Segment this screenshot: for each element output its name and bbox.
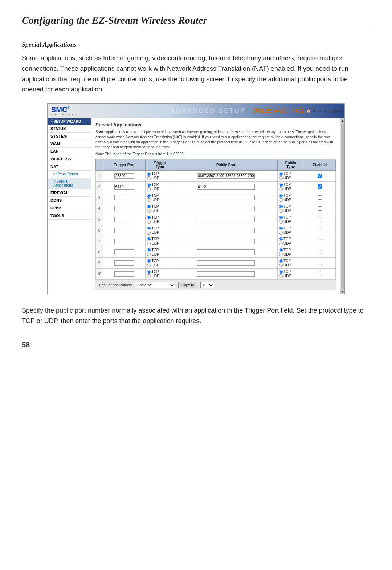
sidebar-item-upnp[interactable]: UPnP [48, 204, 91, 212]
public-udp-label-7[interactable]: UDP [279, 241, 291, 245]
trigger-port-input-10[interactable] [114, 271, 134, 277]
logout-link[interactable]: Logout [330, 109, 341, 113]
trigger-tcp-label-4[interactable]: TCP [147, 204, 159, 208]
trigger-port-cell-5[interactable] [103, 214, 146, 225]
public-port-input-9[interactable] [197, 260, 255, 266]
trigger-udp-radio-4[interactable] [147, 209, 151, 213]
trigger-udp-label-10[interactable]: UDP [147, 274, 159, 278]
enabled-cell-6[interactable] [304, 225, 335, 236]
public-port-cell-5[interactable] [174, 214, 278, 225]
copy-to-dropdown[interactable]: 1 2 3 4 5 6 7 8 9 10 [200, 282, 214, 288]
enabled-checkbox-3[interactable] [318, 195, 322, 200]
trigger-port-input-9[interactable] [114, 260, 134, 266]
trigger-port-cell-8[interactable] [103, 247, 146, 258]
trigger-tcp-label-7[interactable]: TCP [147, 237, 159, 241]
public-tcp-label-1[interactable]: TCP [279, 172, 291, 176]
trigger-port-input-1[interactable] [114, 173, 134, 179]
public-port-input-1[interactable] [197, 173, 255, 179]
trigger-tcp-label-6[interactable]: TCP [147, 226, 159, 230]
public-tcp-radio-8[interactable] [279, 248, 283, 252]
trigger-tcp-radio-5[interactable] [147, 216, 151, 219]
trigger-tcp-label-1[interactable]: TCP [147, 172, 159, 176]
public-tcp-radio-9[interactable] [279, 259, 283, 263]
trigger-udp-label-8[interactable]: UDP [147, 252, 159, 256]
sidebar-item-special-applications[interactable]: » Special Applications [48, 178, 91, 189]
enabled-checkbox-4[interactable] [318, 206, 322, 211]
sidebar-item-status[interactable]: STATUS [48, 125, 91, 133]
public-tcp-label-10[interactable]: TCP [279, 270, 291, 274]
public-port-cell-3[interactable] [174, 192, 278, 203]
public-tcp-radio-3[interactable] [279, 194, 283, 198]
public-udp-label-5[interactable]: UDP [279, 220, 291, 224]
enabled-checkbox-8[interactable] [318, 250, 322, 254]
trigger-port-cell-10[interactable] [103, 269, 146, 280]
enabled-cell-8[interactable] [304, 247, 335, 258]
trigger-tcp-label-3[interactable]: TCP [147, 194, 159, 198]
enabled-checkbox-9[interactable] [318, 261, 322, 265]
public-udp-radio-5[interactable] [279, 220, 283, 224]
public-port-cell-7[interactable] [174, 236, 278, 247]
trigger-udp-label-9[interactable]: UDP [147, 263, 159, 267]
public-tcp-label-3[interactable]: TCP [279, 194, 291, 198]
public-port-cell-6[interactable] [174, 225, 278, 236]
public-udp-radio-7[interactable] [279, 242, 283, 245]
trigger-udp-radio-9[interactable] [147, 264, 151, 267]
sidebar-item-tools[interactable]: TOOLS [48, 212, 91, 220]
trigger-tcp-label-5[interactable]: TCP [147, 215, 159, 219]
trigger-tcp-radio-1[interactable] [147, 172, 151, 176]
trigger-udp-label-6[interactable]: UDP [147, 231, 159, 235]
public-port-input-2[interactable] [197, 184, 255, 190]
public-tcp-label-9[interactable]: TCP [279, 259, 291, 263]
popular-apps-dropdown[interactable]: Battle.net MSN Gaming Zone ICU II Roger … [135, 282, 175, 288]
public-tcp-label-7[interactable]: TCP [279, 237, 291, 241]
sidebar-item-wireless[interactable]: WIRELESS [48, 155, 91, 163]
public-tcp-label-4[interactable]: TCP [279, 204, 291, 208]
enabled-cell-2[interactable] [304, 182, 335, 192]
scroll-down-button[interactable]: ▼ [340, 289, 344, 294]
public-tcp-radio-10[interactable] [279, 270, 283, 274]
trigger-udp-label-2[interactable]: UDP [147, 187, 159, 191]
enabled-cell-4[interactable] [304, 203, 335, 214]
sidebar-item-system[interactable]: SYSTEM [48, 133, 91, 140]
public-tcp-label-6[interactable]: TCP [279, 226, 291, 230]
public-udp-radio-9[interactable] [279, 264, 283, 267]
trigger-udp-label-3[interactable]: UDP [147, 198, 159, 202]
trigger-tcp-radio-3[interactable] [147, 194, 151, 198]
trigger-udp-label-5[interactable]: UDP [147, 220, 159, 224]
public-udp-label-1[interactable]: UDP [279, 176, 291, 180]
public-tcp-radio-1[interactable] [279, 172, 283, 176]
public-udp-radio-1[interactable] [279, 176, 283, 180]
trigger-port-cell-6[interactable] [103, 225, 146, 236]
public-udp-label-4[interactable]: UDP [279, 209, 291, 213]
trigger-udp-radio-3[interactable] [147, 198, 151, 202]
trigger-tcp-radio-9[interactable] [147, 259, 151, 263]
trigger-tcp-radio-10[interactable] [147, 270, 151, 274]
public-udp-label-10[interactable]: UDP [279, 274, 291, 278]
enabled-checkbox-5[interactable] [318, 217, 322, 221]
public-udp-radio-4[interactable] [279, 209, 283, 213]
trigger-tcp-radio-2[interactable] [147, 183, 151, 187]
public-udp-radio-8[interactable] [279, 253, 283, 256]
trigger-udp-radio-1[interactable] [147, 176, 151, 180]
public-port-input-3[interactable] [197, 195, 255, 200]
enabled-cell-10[interactable] [304, 269, 335, 280]
trigger-port-input-2[interactable] [114, 184, 134, 190]
trigger-tcp-label-10[interactable]: TCP [147, 270, 159, 274]
public-port-input-10[interactable] [197, 271, 255, 277]
sidebar-item-firewall[interactable]: FIREWALL [48, 189, 91, 197]
trigger-udp-label-4[interactable]: UDP [147, 209, 159, 213]
trigger-port-cell-9[interactable] [103, 258, 146, 269]
public-port-cell-1[interactable] [174, 171, 278, 182]
sidebar-item-ddns[interactable]: DDNS [48, 197, 91, 204]
trigger-udp-radio-2[interactable] [147, 187, 151, 191]
enabled-checkbox-7[interactable] [318, 239, 322, 243]
public-tcp-radio-6[interactable] [279, 227, 283, 230]
trigger-port-input-3[interactable] [114, 195, 134, 200]
trigger-udp-label-7[interactable]: UDP [147, 241, 159, 245]
sidebar-item-nat[interactable]: NAT [48, 163, 91, 171]
trigger-tcp-radio-6[interactable] [147, 227, 151, 230]
enabled-cell-7[interactable] [304, 236, 335, 247]
trigger-port-cell-1[interactable] [103, 171, 146, 182]
scroll-thumb[interactable] [341, 124, 344, 289]
sidebar-item-virtual-server[interactable]: » Virtual Server [48, 171, 91, 178]
